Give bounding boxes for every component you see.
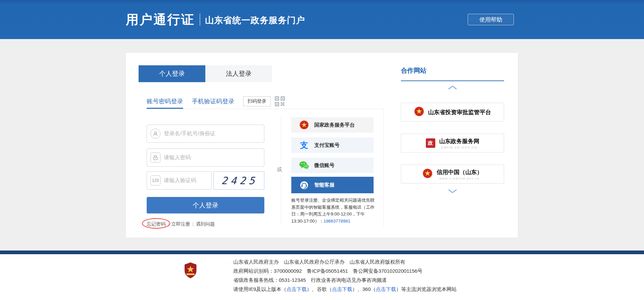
national-emblem-icon: [299, 120, 310, 130]
numbers-123-icon: 123: [150, 175, 160, 186]
link-separator: [193, 222, 193, 227]
tab-legal-login[interactable]: 法人登录: [205, 65, 272, 82]
footer-line-2: 政府网站识别码：3700000092 鲁ICP备05051451 鲁公网安备37…: [233, 266, 457, 275]
method-scan-login[interactable]: 扫码登录: [243, 96, 271, 106]
header-divider: [200, 13, 200, 26]
customer-service-icon: [299, 181, 310, 190]
service-note: 账号登录注册、企业绑定相关问题请优先联系页面中的智能客服系统，客服电话（工作日：…: [291, 197, 376, 225]
link-separator: [168, 222, 169, 227]
footer-line-4-text: ）等主流浏览器浏览本网站: [396, 286, 457, 292]
zwfw-logo-icon: 政: [426, 138, 435, 148]
partner-site-name: 山东省投资审批监管平台: [428, 108, 491, 116]
partner-sites-title: 合作网站: [401, 66, 427, 75]
national-emblem-icon: [414, 106, 424, 118]
scroll-down-icon[interactable]: [448, 189, 457, 194]
header: 用户通行证 山东省统一政务服务门户 使用帮助: [0, 0, 644, 39]
personal-login-button[interactable]: 个人登录: [147, 197, 264, 213]
login-card: 个人登录 法人登录 账号密码登录 手机验证码登录 扫码登录: [126, 53, 518, 238]
footer-line-4-text: ）、谷歌（: [307, 286, 332, 292]
help-button[interactable]: 使用帮助: [468, 14, 514, 25]
problem-link[interactable]: 遇到问题: [196, 221, 215, 227]
lock-icon: [150, 153, 160, 163]
partner-site-card[interactable]: 山东省投资审批监管平台: [401, 103, 504, 122]
footer-line-1: 山东省人民政府主办 山东省人民政府办公厅承办 山东省人民政府版权所有: [233, 257, 457, 266]
scroll-up-icon[interactable]: [448, 85, 457, 90]
footer-line-4-text: ）、360（: [352, 286, 376, 292]
person-icon: [150, 129, 160, 139]
username-field-row: [147, 125, 264, 143]
username-input[interactable]: [164, 131, 261, 137]
captcha-image[interactable]: 2425: [213, 171, 264, 190]
qr-code-icon[interactable]: [275, 96, 285, 106]
partner-site-card[interactable]: 信用中国（山东） www.creditsd.gov.cn: [401, 165, 504, 184]
wechat-icon: [299, 161, 310, 170]
captcha-input[interactable]: [164, 177, 208, 184]
alt-login-wechat[interactable]: 微信账号: [291, 158, 374, 173]
service-phone[interactable]: 18663778981: [323, 219, 350, 224]
alt-login-label: 智能客服: [314, 182, 334, 188]
divider-horizontal: [147, 109, 383, 109]
download-link-360[interactable]: 点击下载: [376, 286, 396, 292]
method-password-login[interactable]: 账号密码登录: [147, 97, 183, 105]
partner-site-name: 信用中国（山东）: [437, 168, 482, 176]
alt-login-national-platform[interactable]: 国家政务服务平台: [291, 117, 374, 133]
method-sms-login[interactable]: 手机验证码登录: [192, 97, 234, 105]
footer-line-3: 省级政务服务热线：0531-12345 行政业务咨询电话见办事咨询频道: [233, 275, 457, 285]
footer-line-4: 请使用IE9及以上版本（点击下载）、谷歌（点击下载）、360（点击下载）等主流浏…: [233, 285, 457, 294]
footer-text: 山东省人民政府主办 山东省人民政府办公厅承办 山东省人民政府版权所有 政府网站识…: [233, 257, 457, 294]
forgot-password-link[interactable]: 忘记密码: [147, 221, 166, 227]
register-link[interactable]: 立即注册: [171, 221, 190, 227]
download-link-chrome[interactable]: 点击下载: [332, 286, 352, 292]
login-methods: 账号密码登录 手机验证码登录 扫码登录: [147, 95, 285, 107]
footer: 山东省人民政府主办 山东省人民政府办公厅承办 山东省人民政府版权所有 政府网站识…: [0, 254, 644, 300]
download-link-ie[interactable]: 点击下载: [287, 286, 307, 292]
password-input[interactable]: [164, 155, 261, 161]
footer-accent-bar: [0, 251, 644, 254]
partner-site-name: 山东政务服务网: [439, 137, 479, 145]
national-emblem-icon: [422, 168, 433, 180]
alt-login-alipay[interactable]: 支 支付宝账号: [291, 137, 374, 153]
or-divider-top: [281, 115, 281, 164]
alt-login-label: 支付宝账号: [314, 142, 340, 148]
partner-site-subtext: ZWFW.SD.GOV.CN: [441, 146, 477, 149]
captcha-value: 2425: [218, 175, 259, 187]
tab-personal-login[interactable]: 个人登录: [139, 65, 205, 82]
alipay-icon: 支: [299, 141, 310, 149]
gov-badge-icon[interactable]: [184, 262, 197, 280]
or-text: 或: [277, 166, 282, 173]
partner-title-underline: [401, 80, 504, 81]
portal-subtitle: 山东省统一政务服务门户: [205, 14, 305, 26]
divider-vertical: [383, 109, 384, 226]
page: 用户通行证 山东省统一政务服务门户 使用帮助 个人登录 法人登录 账号密码登录 …: [0, 0, 644, 300]
footer-line-4-text: 请使用IE9及以上版本（: [233, 286, 287, 292]
login-links: 忘记密码 立即注册 遇到问题: [147, 221, 215, 227]
alt-login-smart-service[interactable]: 智能客服: [291, 177, 374, 193]
partner-site-subtext: www.creditsd.gov.cn: [439, 177, 479, 180]
captcha-field-row: 123: [147, 171, 212, 190]
alt-login-label: 微信账号: [314, 162, 334, 169]
alt-login-label: 国家政务服务平台: [314, 122, 355, 128]
password-field-row: [147, 148, 264, 167]
or-divider-bottom: [281, 175, 281, 225]
partner-site-card[interactable]: 政 山东政务服务网 ZWFW.SD.GOV.CN: [401, 134, 504, 153]
app-title: 用户通行证: [126, 11, 195, 28]
